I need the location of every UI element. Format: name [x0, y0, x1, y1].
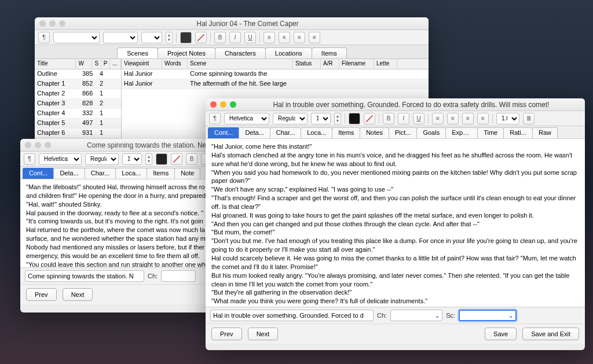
minimize-icon[interactable]: [35, 142, 41, 148]
editor-tab[interactable]: Pict...: [389, 127, 418, 138]
next-button[interactable]: Next: [63, 288, 93, 301]
align-center-icon[interactable]: ≡: [279, 32, 290, 43]
main-tab-locations[interactable]: Locations: [265, 47, 312, 58]
editor-tab[interactable]: Cont...: [23, 168, 54, 179]
font-select[interactable]: Helvetica: [224, 113, 269, 124]
column-header[interactable]: P: [101, 59, 110, 69]
save-exit-button[interactable]: Save and Exit: [522, 328, 579, 340]
zoom-icon[interactable]: [59, 20, 65, 27]
size-select[interactable]: [141, 32, 162, 43]
pilcrow-icon[interactable]: ¶: [209, 113, 221, 124]
strike-icon[interactable]: [195, 32, 207, 43]
underline-button[interactable]: U: [244, 32, 256, 43]
editor-tab[interactable]: Notes: [360, 127, 389, 138]
ch-combo[interactable]: [390, 310, 442, 321]
ch-field[interactable]: [161, 270, 196, 282]
font-select[interactable]: [53, 32, 100, 43]
chapter-row[interactable]: Chapter 54971: [35, 119, 121, 128]
strike-icon[interactable]: [364, 113, 375, 124]
sc-combo[interactable]: [459, 310, 517, 321]
size-stepper[interactable]: ▲▼: [145, 153, 152, 165]
column-header[interactable]: W: [76, 59, 92, 69]
strike-icon[interactable]: [171, 153, 182, 165]
bold-button[interactable]: B: [383, 113, 394, 124]
editor-tab[interactable]: Loca...: [301, 127, 332, 138]
column-header[interactable]: Viewpoint: [122, 59, 162, 69]
chapter-row[interactable]: Chapter 28661: [35, 89, 121, 99]
editor-tab[interactable]: Rati...: [503, 127, 533, 138]
editor-tab[interactable]: Note: [174, 168, 200, 179]
size-stepper[interactable]: ▲▼: [334, 113, 341, 124]
editor-tab[interactable]: Char...: [85, 168, 116, 179]
chapter-row[interactable]: Chapter 69311: [35, 128, 121, 138]
editor-content[interactable]: "Hal Junior, come here this instant!"Hal…: [206, 139, 585, 307]
toolbar-button[interactable]: ¶: [38, 32, 50, 43]
align-left-icon[interactable]: ≡: [432, 113, 444, 124]
close-icon[interactable]: [39, 20, 46, 27]
weight-select[interactable]: Regular: [273, 113, 308, 124]
column-header[interactable]: A/R: [321, 59, 339, 69]
scene-row[interactable]: Hal JuniorCome spinning towards the: [122, 69, 429, 79]
close-icon[interactable]: [25, 142, 31, 148]
size-select[interactable]: 12: [311, 113, 331, 124]
color-swatch[interactable]: [156, 153, 167, 165]
minimize-icon[interactable]: [220, 101, 226, 108]
close-icon[interactable]: [210, 101, 217, 108]
column-header[interactable]: Filename: [339, 59, 374, 69]
size-select[interactable]: 12: [122, 153, 142, 165]
align-left-icon[interactable]: ≡: [263, 32, 275, 43]
column-header[interactable]: Scene: [188, 59, 293, 69]
bold-button[interactable]: B: [186, 153, 197, 165]
main-tab-characters[interactable]: Characters: [215, 47, 266, 58]
editor-tab[interactable]: Raw: [532, 127, 558, 138]
size-stepper[interactable]: ▲▼: [166, 32, 173, 43]
next-button[interactable]: Next: [248, 328, 279, 340]
editor-tab[interactable]: Items: [332, 127, 360, 138]
font-select[interactable]: Helvetica: [39, 153, 82, 165]
color-swatch[interactable]: [180, 32, 192, 43]
scene-row[interactable]: Hal JuniorThe aftermath of the hit. See …: [122, 79, 429, 89]
align-right-icon[interactable]: ≡: [294, 32, 305, 43]
editor-tab[interactable]: Goals: [416, 127, 446, 138]
underline-button[interactable]: U: [413, 113, 424, 124]
editor-tab[interactable]: Char...: [270, 127, 301, 138]
editor-tab[interactable]: Time: [477, 127, 504, 138]
align-justify-icon[interactable]: ≡: [477, 113, 489, 124]
chapter-row[interactable]: Chapter 38282: [35, 99, 121, 109]
bold-button[interactable]: B: [214, 32, 226, 43]
editor-tab[interactable]: Deta...: [53, 168, 85, 179]
chapter-row[interactable]: Chapter 43321: [35, 109, 121, 119]
spacing-select[interactable]: 1.0: [496, 113, 519, 124]
main-tab-items[interactable]: Items: [312, 47, 347, 58]
column-header[interactable]: ...: [110, 59, 121, 69]
zoom-icon[interactable]: [230, 101, 236, 108]
minimize-icon[interactable]: [49, 20, 56, 27]
column-header[interactable]: Status: [293, 59, 321, 69]
column-header[interactable]: S: [92, 59, 101, 69]
italic-button[interactable]: I: [398, 113, 409, 124]
editor-tab[interactable]: Loca...: [115, 168, 147, 179]
scene-title-field[interactable]: [210, 310, 374, 321]
column-header[interactable]: Words: [162, 59, 188, 69]
chapter-row[interactable]: Chapter 18522: [35, 79, 121, 89]
align-right-icon[interactable]: ≡: [462, 113, 474, 124]
column-header[interactable]: Lette: [374, 59, 397, 69]
align-justify-icon[interactable]: ≡: [309, 32, 320, 43]
align-center-icon[interactable]: ≡: [447, 113, 459, 124]
prev-button[interactable]: Prev: [26, 288, 57, 301]
editor-tab[interactable]: Items: [147, 168, 175, 179]
weight-select[interactable]: [103, 32, 138, 43]
color-swatch[interactable]: [349, 113, 360, 124]
chapter-row[interactable]: Outline3854: [35, 69, 121, 79]
weight-select[interactable]: Regular: [85, 153, 119, 165]
italic-button[interactable]: I: [229, 32, 241, 43]
scene-title-field[interactable]: [25, 270, 144, 282]
main-tab-project-notes[interactable]: Project Notes: [158, 47, 215, 58]
pilcrow-icon[interactable]: ¶: [24, 153, 35, 165]
prev-button[interactable]: Prev: [211, 328, 242, 340]
main-tab-scenes[interactable]: Scenes: [117, 47, 158, 58]
editor-tab[interactable]: Expo...: [445, 127, 478, 138]
editor-tab[interactable]: Cont...: [208, 127, 239, 138]
column-header[interactable]: Title: [35, 59, 76, 69]
zoom-icon[interactable]: [45, 142, 51, 148]
